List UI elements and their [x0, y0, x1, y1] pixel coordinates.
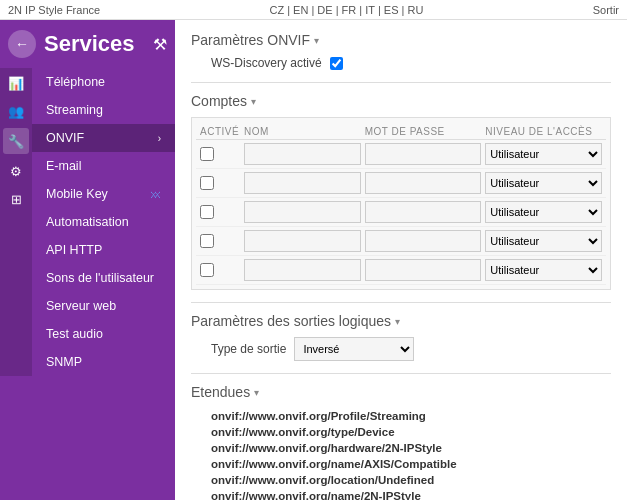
row1-active-checkbox[interactable]	[200, 147, 214, 161]
comptes-section: Comptes ▾ ACTIVÉ NOM MOT DE PASSE NIVEAU…	[191, 93, 611, 290]
top-bar: 2N IP Style France CZ | EN | DE | FR | I…	[0, 0, 627, 20]
etendues-section: Etendues ▾ onvif://www.onvif.org/Profile…	[191, 384, 611, 500]
logout-link[interactable]: Sortir	[593, 4, 619, 16]
row1-nom-input[interactable]	[244, 143, 361, 165]
row2-nom-input[interactable]	[244, 172, 361, 194]
list-item: onvif://www.onvif.org/name/2N-IPStyle	[211, 488, 611, 500]
nav-sons-utilisateur[interactable]: Sons de l'utilisateur	[32, 264, 175, 292]
table-row: Utilisateur	[196, 198, 606, 227]
row1-password-input[interactable]	[365, 143, 482, 165]
row5-password-input[interactable]	[365, 259, 482, 281]
nav-test-audio[interactable]: Test audio	[32, 320, 175, 348]
nav-snmp[interactable]: SNMP	[32, 348, 175, 376]
back-button[interactable]: ←	[8, 30, 36, 58]
sorties-section-title: Paramètres des sorties logiques ▾	[191, 313, 611, 329]
table-row: Utilisateur	[196, 169, 606, 198]
row3-niveau-select[interactable]: Utilisateur	[485, 201, 602, 223]
etendues-chevron-icon[interactable]: ▾	[254, 387, 259, 398]
nav-streaming[interactable]: Streaming	[32, 96, 175, 124]
ws-discovery-checkbox[interactable]	[330, 57, 343, 70]
row4-active-checkbox[interactable]	[200, 234, 214, 248]
sorties-row: Type de sortie Inversé	[211, 337, 611, 361]
etendues-section-title: Etendues ▾	[191, 384, 611, 400]
row2-password-input[interactable]	[365, 172, 482, 194]
user-group-icon[interactable]: 👥	[5, 100, 27, 122]
list-item: onvif://www.onvif.org/type/Device	[211, 424, 611, 440]
nav-onvif-arrow: ›	[158, 133, 161, 144]
list-item: onvif://www.onvif.org/hardware/2N-IPStyl…	[211, 440, 611, 456]
row4-niveau-select[interactable]: Utilisateur	[485, 230, 602, 252]
nav-serveur-web[interactable]: Serveur web	[32, 292, 175, 320]
row1-niveau-select[interactable]: Utilisateur	[485, 143, 602, 165]
nav-onvif[interactable]: ONVIF ›	[32, 124, 175, 152]
nav-api-http[interactable]: API HTTP	[32, 236, 175, 264]
sorties-chevron-icon[interactable]: ▾	[395, 316, 400, 327]
ws-discovery-row: WS-Discovery activé	[211, 56, 611, 70]
onvif-section: Paramètres ONVIF ▾ WS-Discovery activé	[191, 32, 611, 70]
cog-icon[interactable]: ⚙	[5, 160, 27, 182]
brand-label: 2N IP Style France	[8, 4, 100, 16]
table-row: Utilisateur	[196, 256, 606, 285]
row2-niveau-select[interactable]: Utilisateur	[485, 172, 602, 194]
table-row: Utilisateur	[196, 140, 606, 169]
sorties-section: Paramètres des sorties logiques ▾ Type d…	[191, 313, 611, 361]
settings-icon[interactable]: ⚒	[153, 35, 167, 54]
main-layout: ← Services ⚒ 📊 👥 🔧 ⚙ ⊞ Téléphone Streami…	[0, 20, 627, 500]
bluetooth-icon: ⯵	[151, 189, 161, 200]
nav-email[interactable]: E-mail	[32, 152, 175, 180]
row2-active-checkbox[interactable]	[200, 176, 214, 190]
table-row: Utilisateur	[196, 227, 606, 256]
row5-nom-input[interactable]	[244, 259, 361, 281]
list-item: onvif://www.onvif.org/Profile/Streaming	[211, 408, 611, 424]
grid-icon[interactable]: ⊞	[5, 188, 27, 210]
content-area: Paramètres ONVIF ▾ WS-Discovery activé C…	[175, 20, 627, 500]
etendues-list: onvif://www.onvif.org/Profile/Streaming …	[211, 408, 611, 500]
language-links[interactable]: CZ | EN | DE | FR | IT | ES | RU	[100, 4, 593, 16]
row5-niveau-select[interactable]: Utilisateur	[485, 259, 602, 281]
nav-telephone[interactable]: Téléphone	[32, 68, 175, 96]
row4-nom-input[interactable]	[244, 230, 361, 252]
type-sortie-select[interactable]: Inversé	[294, 337, 414, 361]
nav-automatisation[interactable]: Automatisation	[32, 208, 175, 236]
sidebar-header: ← Services ⚒	[0, 20, 175, 68]
row3-password-input[interactable]	[365, 201, 482, 223]
table-header: ACTIVÉ NOM MOT DE PASSE NIVEAU DE L'ACCÈ…	[196, 122, 606, 140]
list-item: onvif://www.onvif.org/name/AXIS/Compatib…	[211, 456, 611, 472]
wrench-icon[interactable]: 🔧	[3, 128, 29, 154]
comptes-section-title: Comptes ▾	[191, 93, 611, 109]
onvif-section-title: Paramètres ONVIF ▾	[191, 32, 611, 48]
chart-bar-icon[interactable]: 📊	[5, 72, 27, 94]
sidebar-title: Services	[44, 31, 135, 57]
row3-active-checkbox[interactable]	[200, 205, 214, 219]
comptes-chevron-icon[interactable]: ▾	[251, 96, 256, 107]
row4-password-input[interactable]	[365, 230, 482, 252]
sidebar: ← Services ⚒ 📊 👥 🔧 ⚙ ⊞ Téléphone Streami…	[0, 20, 175, 500]
row3-nom-input[interactable]	[244, 201, 361, 223]
nav-menu: Téléphone Streaming ONVIF › E-mail Mobil…	[32, 68, 175, 376]
onvif-chevron-icon[interactable]: ▾	[314, 35, 319, 46]
row5-active-checkbox[interactable]	[200, 263, 214, 277]
list-item: onvif://www.onvif.org/location/Undefined	[211, 472, 611, 488]
nav-mobile-key[interactable]: Mobile Key ⯵	[32, 180, 175, 208]
